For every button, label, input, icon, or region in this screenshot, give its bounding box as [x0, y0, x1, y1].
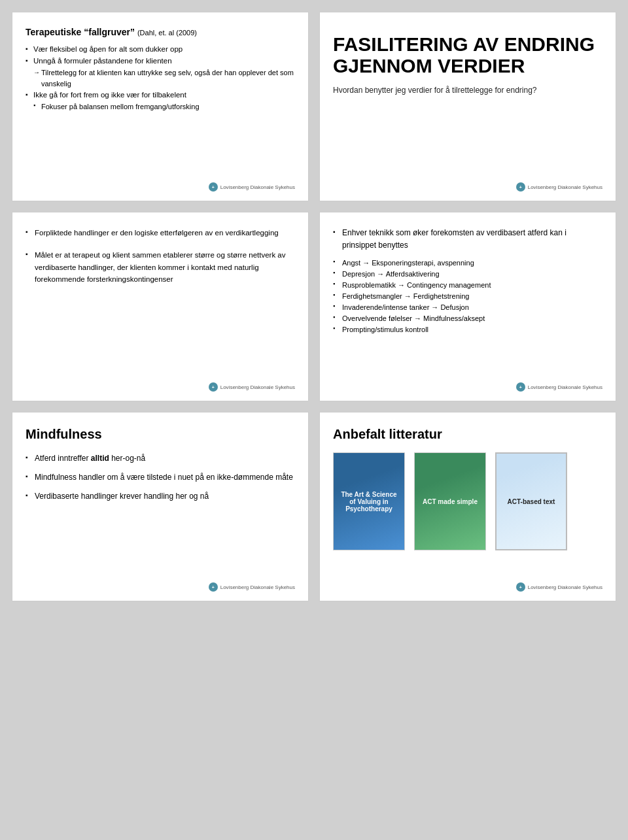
- slide-1-list: Vær fleksibel og åpen for alt som dukker…: [26, 44, 295, 112]
- slide-4-list: Angst → Eksponeringsterapi, avspenning D…: [333, 258, 602, 335]
- list-item: Fokuser på balansen mellom fremgang/utfo…: [26, 101, 295, 112]
- book-title-1: The Art & Science of Valuing in Psychoth…: [338, 491, 400, 512]
- footer-text: Lovisenberg Diakonale Sykehus: [528, 584, 602, 590]
- footer-logo: +: [516, 382, 525, 392]
- slide-3: Forpliktede handlinger er den logiske et…: [12, 212, 309, 401]
- book-cover-3: ACT-based text: [495, 452, 567, 550]
- slide-6-footer: + Lovisenberg Diakonale Sykehus: [333, 582, 602, 592]
- slide-5-footer: + Lovisenberg Diakonale Sykehus: [26, 582, 295, 592]
- slide-3-list: Forpliktede handlinger er den logiske et…: [26, 227, 295, 286]
- list-item: Rusproblematikk → Contingency management: [333, 280, 602, 291]
- footer-logo: +: [516, 582, 525, 592]
- slide-1: Terapeutiske “fallgruver” (Dahl, et. al …: [12, 12, 309, 201]
- slide-4-main-bullet: Enhver teknikk som øker forekomsten av v…: [333, 227, 602, 251]
- slide-6-title: Anbefalt litteratur: [333, 427, 602, 442]
- book-title-2: ACT made simple: [423, 498, 478, 505]
- slide-5-title: Mindfulness: [26, 427, 295, 442]
- slide-2: FASILITERING AV ENDRING GJENNOM VERDIER …: [319, 12, 616, 201]
- slide-5: Mindfulness Atferd inntreffer alltid her…: [12, 412, 309, 601]
- list-item: Verdibaserte handlinger krever handling …: [26, 490, 295, 503]
- slide-2-big-title: FASILITERING AV ENDRING GJENNOM VERDIER: [333, 33, 602, 76]
- slide-1-ref: (Dahl, et. al (2009): [137, 29, 197, 37]
- slide-3-footer: + Lovisenberg Diakonale Sykehus: [26, 382, 295, 392]
- list-item: Depresjon → Atferdsaktivering: [333, 269, 602, 280]
- list-item: Mindfulness handler om å være tilstede i…: [26, 471, 295, 484]
- slide-1-content: Terapeutiske “fallgruver” (Dahl, et. al …: [26, 27, 295, 176]
- list-item: Invaderende/intense tanker → Defusjon: [333, 302, 602, 313]
- list-item: Angst → Eksponeringsterapi, avspenning: [333, 258, 602, 269]
- list-item: Vær fleksibel og åpen for alt som dukker…: [26, 44, 295, 56]
- slide-4: Enhver teknikk som øker forekomsten av v…: [319, 212, 616, 401]
- book-cover-2: ACT made simple: [414, 452, 486, 550]
- list-item: Prompting/stimulus kontroll: [333, 324, 602, 335]
- list-item: Forpliktede handlinger er den logiske et…: [26, 227, 295, 239]
- footer-logo: +: [209, 182, 218, 192]
- slide-4-content: Enhver teknikk som øker forekomsten av v…: [333, 227, 602, 376]
- footer-logo: +: [209, 582, 218, 592]
- footer-logo: +: [209, 382, 218, 392]
- list-item: Ikke gå for fort frem og ikke vær for ti…: [26, 90, 295, 101]
- slide-6-content: Anbefalt litteratur The Art & Science of…: [333, 427, 602, 576]
- slide-5-content: Mindfulness Atferd inntreffer alltid her…: [26, 427, 295, 576]
- list-item: Målet er at terapeut og klient sammen et…: [26, 249, 295, 285]
- list-item: Atferd inntreffer alltid her-og-nå: [26, 452, 295, 465]
- footer-logo: +: [516, 182, 525, 192]
- list-item: Ferdighetsmangler → Ferdighetstrening: [333, 291, 602, 302]
- slide-2-footer: + Lovisenberg Diakonale Sykehus: [333, 182, 602, 192]
- list-item: Tilrettelegg for at klienten kan uttrykk…: [26, 67, 295, 90]
- slide-4-footer: + Lovisenberg Diakonale Sykehus: [333, 382, 602, 392]
- footer-text: Lovisenberg Diakonale Sykehus: [528, 384, 602, 390]
- footer-text: Lovisenberg Diakonale Sykehus: [220, 584, 295, 590]
- slide-3-content: Forpliktede handlinger er den logiske et…: [26, 227, 295, 376]
- list-item: Unngå å formuler påstandene for klienten: [26, 56, 295, 67]
- slide-2-subtitle: Hvordan benytter jeg verdier for å tilre…: [333, 86, 602, 95]
- slide-5-list: Atferd inntreffer alltid her-og-nå Mindf…: [26, 452, 295, 503]
- slide-6: Anbefalt litteratur The Art & Science of…: [319, 412, 616, 601]
- book-title-3: ACT-based text: [508, 498, 555, 505]
- footer-text: Lovisenberg Diakonale Sykehus: [220, 384, 295, 390]
- footer-text: Lovisenberg Diakonale Sykehus: [220, 184, 295, 190]
- slides-grid: Terapeutiske “fallgruver” (Dahl, et. al …: [12, 12, 616, 601]
- slide-1-title: Terapeutiske “fallgruver” (Dahl, et. al …: [26, 27, 295, 37]
- bold-alltid: alltid: [91, 454, 109, 463]
- books-row: The Art & Science of Valuing in Psychoth…: [333, 452, 602, 550]
- book-cover-1: The Art & Science of Valuing in Psychoth…: [333, 452, 405, 550]
- footer-text: Lovisenberg Diakonale Sykehus: [528, 184, 602, 190]
- slide-1-footer: + Lovisenberg Diakonale Sykehus: [26, 182, 295, 192]
- slide-2-content: FASILITERING AV ENDRING GJENNOM VERDIER …: [333, 27, 602, 176]
- list-item: Overvelvende følelser → Mindfulness/akse…: [333, 313, 602, 324]
